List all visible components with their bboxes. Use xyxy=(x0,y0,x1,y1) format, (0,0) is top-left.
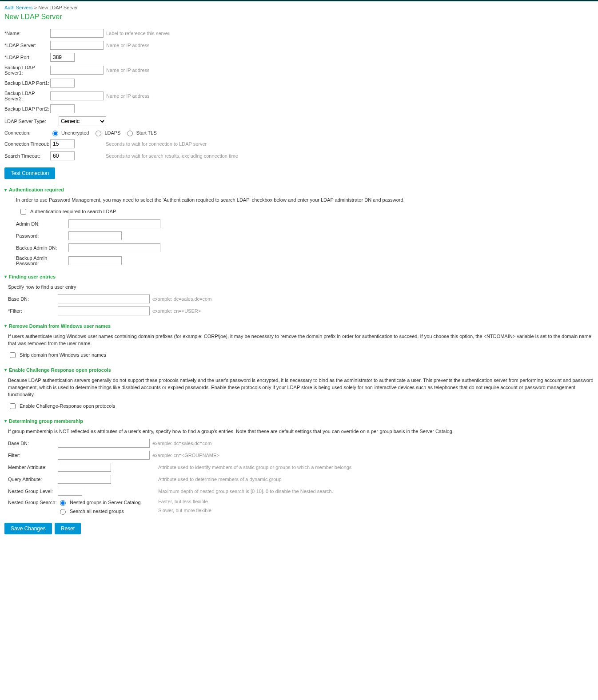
search-timeout-hint: Seconds to wait for search results, excl… xyxy=(106,153,238,159)
conn-timeout-hint: Seconds to wait for connection to LDAP s… xyxy=(106,141,207,147)
radio-nested-catalog-label: Nested groups in Server Catalog xyxy=(70,500,141,505)
label-nested-level: Nested Group Level: xyxy=(8,489,58,494)
group-help: If group membership is NOT reflected as … xyxy=(8,428,594,435)
radio-nested-catalog[interactable] xyxy=(60,500,66,506)
reset-button[interactable]: Reset xyxy=(55,523,81,534)
server-input[interactable] xyxy=(50,41,104,50)
breadcrumb-sep: > xyxy=(33,5,39,10)
radio-starttls-label: Start TLS xyxy=(136,130,156,135)
section-group-membership[interactable]: ▾ Determining group membership xyxy=(4,418,594,424)
chevron-down-icon: ▾ xyxy=(4,418,7,423)
bkserver2-input[interactable] xyxy=(50,91,104,100)
page-title: New LDAP Server xyxy=(4,13,594,21)
group-filter-hint: example: cn=<GROUPNAME> xyxy=(152,453,219,458)
chevron-down-icon: ▾ xyxy=(4,323,7,328)
base-dn-hint: example: dc=sales,dc=com xyxy=(152,296,211,302)
radio-unencrypted[interactable] xyxy=(52,131,58,136)
radio-nested-all-label: Search all nested groups xyxy=(70,509,124,514)
challenge-checkbox[interactable] xyxy=(10,403,16,409)
nested-level-hint: Maximum depth of nested group search is … xyxy=(158,489,333,494)
section-challenge-response[interactable]: ▾ Enable Challenge Response open protoco… xyxy=(4,367,594,373)
section-auth-title: Authentication required xyxy=(9,187,64,192)
base-dn-input[interactable] xyxy=(58,294,150,303)
label-backup-admin-dn: Backup Admin DN: xyxy=(16,245,68,251)
auth-required-label: Authentication required to search LDAP xyxy=(30,209,116,214)
server-type-select[interactable]: Generic xyxy=(59,116,106,126)
section-remove-domain[interactable]: ▾ Remove Domain from Windows user names xyxy=(4,323,594,329)
admin-password-input[interactable] xyxy=(68,231,122,240)
nested-level-input[interactable] xyxy=(58,487,82,496)
label-search-timeout: Search Timeout: xyxy=(4,153,50,159)
section-challenge-title: Enable Challenge Response open protocols xyxy=(9,367,111,373)
label-admin-dn: Admin DN: xyxy=(16,221,68,227)
section-group-title: Determining group membership xyxy=(9,418,83,424)
filter-hint: example: cn=<USER> xyxy=(152,308,201,314)
label-port: *LDAP Port: xyxy=(4,55,50,60)
challenge-label: Enable Challenge-Response open protocols xyxy=(20,403,115,409)
nested-all-hint: Slower, but more flexible xyxy=(158,508,211,515)
label-conn-timeout: Connection Timeout: xyxy=(4,141,50,147)
name-input[interactable] xyxy=(50,29,104,38)
save-button[interactable]: Save Changes xyxy=(4,523,52,534)
chevron-down-icon: ▾ xyxy=(4,367,7,372)
radio-nested-all[interactable] xyxy=(60,509,66,515)
bkserver2-hint: Name or IP address xyxy=(106,93,150,99)
label-nested-search: Nested Group Search: xyxy=(8,499,58,505)
bkserver1-hint: Name or IP address xyxy=(106,68,150,73)
name-hint: Label to reference this server. xyxy=(106,31,171,36)
auth-help-text: In order to use Password Management, you… xyxy=(16,197,594,204)
strip-domain-checkbox[interactable] xyxy=(10,352,16,358)
label-connection: Connection: xyxy=(4,130,50,135)
label-group-base-dn: Base DN: xyxy=(8,441,58,446)
conn-timeout-input[interactable] xyxy=(50,139,75,148)
radio-ldaps-label: LDAPS xyxy=(104,130,120,135)
breadcrumb-auth-servers[interactable]: Auth Servers xyxy=(4,5,33,10)
server-hint: Name or IP address xyxy=(106,43,150,48)
finding-help-text: Specify how to find a user entry xyxy=(8,284,594,291)
backup-admin-dn-input[interactable] xyxy=(68,243,160,252)
member-attr-hint: Attribute used to identify members of a … xyxy=(158,465,351,470)
section-finding-users[interactable]: ▾ Finding user entries xyxy=(4,274,594,279)
label-admin-password: Password: xyxy=(16,233,68,239)
section-remove-domain-title: Remove Domain from Windows user names xyxy=(9,323,111,329)
breadcrumb-current: New LDAP Server xyxy=(38,5,78,10)
group-base-dn-input[interactable] xyxy=(58,439,150,448)
label-bkport2: Backup LDAP Port2: xyxy=(4,106,50,111)
chevron-down-icon: ▾ xyxy=(4,274,7,279)
test-connection-button[interactable]: Test Connection xyxy=(4,167,55,179)
member-attr-input[interactable] xyxy=(58,463,111,472)
query-attr-input[interactable] xyxy=(58,475,111,484)
challenge-help: Because LDAP authentication servers gene… xyxy=(8,377,594,398)
label-filter: *Filter: xyxy=(8,308,58,314)
breadcrumb: Auth Servers > New LDAP Server xyxy=(4,5,594,10)
label-server: *LDAP Server: xyxy=(4,43,50,48)
auth-required-checkbox[interactable] xyxy=(20,209,26,215)
label-query-attr: Query Attribute: xyxy=(8,477,58,482)
remove-domain-help: If users authenticate using Windows user… xyxy=(8,333,594,347)
label-bkserver2: Backup LDAP Server2: xyxy=(4,91,50,101)
label-bkport1: Backup LDAP Port1: xyxy=(4,80,50,86)
bkport2-input[interactable] xyxy=(50,104,75,113)
group-base-dn-hint: example: dc=sales,dc=com xyxy=(152,441,211,446)
section-finding-title: Finding user entries xyxy=(9,274,56,279)
section-auth-required[interactable]: ▾ Authentication required xyxy=(4,187,594,192)
chevron-down-icon: ▾ xyxy=(4,187,7,192)
strip-domain-label: Strip domain from Windows user names xyxy=(20,352,106,358)
backup-admin-password-input[interactable] xyxy=(68,256,122,265)
label-bkserver1: Backup LDAP Server1: xyxy=(4,65,50,76)
filter-input[interactable] xyxy=(58,306,150,315)
bkserver1-input[interactable] xyxy=(50,66,104,75)
nested-catalog-hint: Faster, but less flexible xyxy=(158,499,208,506)
radio-ldaps[interactable] xyxy=(96,131,101,136)
bkport1-input[interactable] xyxy=(50,79,75,88)
radio-unencrypted-label: Unencrypted xyxy=(61,130,89,135)
label-backup-admin-pw: Backup Admin Password: xyxy=(16,255,68,266)
search-timeout-input[interactable] xyxy=(50,151,75,160)
label-base-dn: Base DN: xyxy=(8,296,58,302)
port-input[interactable] xyxy=(50,53,75,62)
group-filter-input[interactable] xyxy=(58,451,150,460)
radio-starttls[interactable] xyxy=(127,131,133,136)
label-server-type: LDAP Server Type: xyxy=(4,119,59,124)
admin-dn-input[interactable] xyxy=(68,219,160,228)
query-attr-hint: Attribute used to determine members of a… xyxy=(158,477,282,482)
